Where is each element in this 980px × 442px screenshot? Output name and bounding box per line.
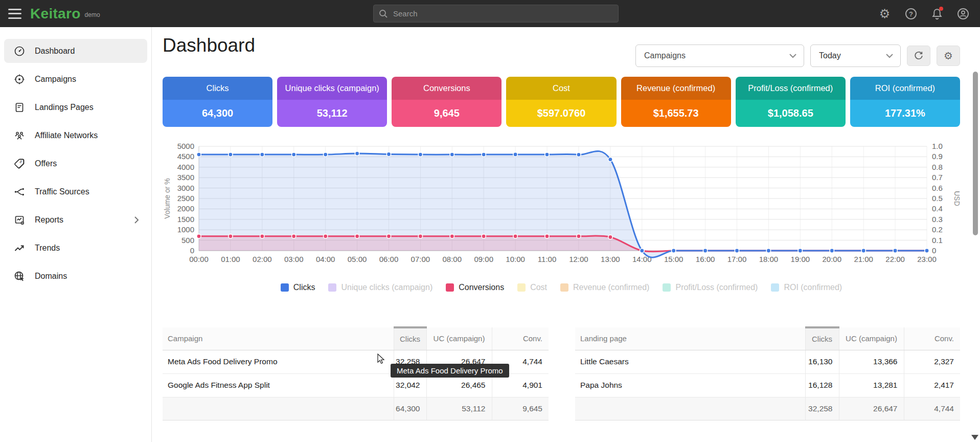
global-search[interactable] — [373, 5, 619, 23]
sidebar-item-campaigns[interactable]: Campaigns — [4, 67, 147, 91]
column-header-uc-campaign[interactable]: UC (campaign) — [839, 327, 904, 350]
refresh-button[interactable] — [907, 46, 930, 66]
stat-card-value: 53,112 — [277, 100, 387, 127]
campaign-name[interactable]: Google Ads Fitness App Split — [163, 373, 394, 397]
topbar-icons: ⚙ ? — [878, 0, 970, 27]
svg-text:02:00: 02:00 — [253, 255, 272, 263]
column-header-conv[interactable]: Conv. — [492, 327, 549, 350]
column-header-conv[interactable]: Conv. — [904, 327, 960, 350]
stat-card-label: Revenue (confirmed) — [621, 77, 731, 100]
legend-item-profit-loss[interactable]: Profit/Loss (confirmed) — [663, 283, 758, 292]
scrollbar-down-arrow[interactable] — [971, 435, 978, 440]
legend-swatch — [560, 283, 568, 292]
chevron-right-icon — [134, 216, 139, 224]
svg-text:0.8: 0.8 — [932, 163, 943, 171]
conv-value: 2,327 — [904, 350, 960, 373]
landing-page-name[interactable]: Little Caesars — [575, 350, 805, 373]
uc-value: 13,366 — [839, 350, 904, 373]
svg-text:07:00: 07:00 — [411, 255, 430, 263]
chevron-down-icon — [886, 54, 893, 58]
globe-cursor-icon — [13, 270, 26, 282]
stat-card-roi: ROI (confirmed) 177.31% — [850, 77, 960, 127]
sidebar-item-dashboard[interactable]: Dashboard — [4, 39, 147, 63]
hamburger-menu-icon[interactable] — [8, 9, 21, 19]
legend-label: Conversions — [459, 283, 504, 292]
sidebar-item-landings-pages[interactable]: Landings Pages — [4, 95, 147, 119]
people-group-icon — [13, 129, 26, 142]
help-icon[interactable]: ? — [904, 7, 918, 20]
stat-card-label: Clicks — [163, 77, 272, 100]
sidebar-item-label: Offers — [35, 159, 57, 168]
svg-text:3500: 3500 — [177, 173, 194, 182]
dashboard-settings-button[interactable]: ⚙ — [937, 46, 960, 66]
stat-card-revenue: Revenue (confirmed) $1,655.73 — [621, 77, 731, 127]
stat-card-label: Unique clicks (campaign) — [277, 77, 387, 100]
column-header-campaign[interactable]: Campaign — [163, 327, 394, 350]
stat-card-label: Cost — [506, 77, 616, 100]
legend-item-unique-clicks[interactable]: Unique clicks (campaign) — [328, 283, 432, 292]
sidebar-item-offers[interactable]: $ Offers — [4, 151, 147, 175]
report-chart-icon — [13, 214, 26, 226]
stat-cards: Clicks 64,300 Unique clicks (campaign) 5… — [163, 77, 960, 127]
document-icon — [13, 101, 26, 114]
svg-text:12:00: 12:00 — [569, 255, 588, 263]
sidebar-item-domains[interactable]: Domains — [4, 264, 147, 288]
svg-text:2000: 2000 — [177, 204, 194, 213]
svg-text:0.6: 0.6 — [932, 184, 943, 192]
column-header-uc-campaign[interactable]: UC (campaign) — [426, 327, 492, 350]
date-range-value: Today — [819, 51, 841, 60]
sidebar-item-trends[interactable]: Trends — [4, 236, 147, 260]
clicks-value: 16,128 — [805, 373, 839, 397]
date-range-select[interactable]: Today — [810, 45, 901, 67]
svg-text:USD: USD — [953, 191, 960, 206]
svg-text:5000: 5000 — [177, 142, 194, 150]
clicks-total: 32,258 — [805, 397, 839, 420]
stat-card-value: $1,655.73 — [621, 100, 731, 127]
svg-text:13:00: 13:00 — [601, 255, 620, 263]
svg-text:10:00: 10:00 — [506, 255, 525, 263]
gauge-icon — [13, 45, 26, 57]
dashboard-line-chart: 0500100015002000250030003500400045005000… — [163, 139, 960, 268]
landing-page-name[interactable]: Papa Johns — [575, 373, 805, 397]
settings-icon[interactable]: ⚙ — [878, 7, 892, 20]
scrollbar-thumb[interactable] — [973, 72, 978, 235]
table-row[interactable]: Papa Johns 16,128 13,281 2,417 — [575, 373, 960, 397]
svg-text:19:00: 19:00 — [791, 255, 810, 263]
legend-item-revenue[interactable]: Revenue (confirmed) — [560, 283, 649, 292]
legend-swatch — [771, 283, 779, 292]
clicks-total: 64,300 — [394, 397, 426, 420]
legend-item-clicks[interactable]: Clicks — [281, 283, 315, 292]
keitaro-dashboard-app: Keitaro demo ⚙ ? Dashboard C — [0, 0, 980, 442]
column-header-landing-page[interactable]: Landing page — [575, 327, 805, 350]
legend-item-cost[interactable]: Cost — [517, 283, 547, 292]
grouping-select[interactable]: Campaigns — [635, 45, 804, 67]
column-header-clicks-sorted[interactable]: Clicks — [805, 327, 839, 350]
account-icon[interactable] — [956, 7, 970, 20]
table-row[interactable]: Little Caesars 16,130 13,366 2,327 — [575, 350, 960, 373]
legend-swatch — [663, 283, 671, 292]
legend-item-roi[interactable]: ROI (confirmed) — [771, 283, 842, 292]
svg-text:0.5: 0.5 — [932, 194, 943, 203]
campaign-name[interactable]: Meta Ads Food Delivery Promo — [163, 350, 394, 373]
sidebar-item-affiliate-networks[interactable]: Affiliate Networks — [4, 123, 147, 147]
legend-item-conversions[interactable]: Conversions — [446, 283, 504, 292]
search-input[interactable] — [393, 9, 613, 18]
dashboard-controls: Campaigns Today ⚙ — [635, 45, 960, 67]
column-header-clicks-sorted[interactable]: Clicks — [394, 327, 426, 350]
legend-label: Profit/Loss (confirmed) — [675, 283, 758, 292]
clicks-value: 16,130 — [805, 350, 839, 373]
sidebar-item-label: Dashboard — [35, 47, 75, 56]
svg-text:16:00: 16:00 — [696, 255, 715, 263]
conv-value: 2,417 — [904, 373, 960, 397]
uc-total: 53,112 — [426, 397, 492, 420]
notification-badge — [939, 7, 943, 11]
target-icon — [13, 73, 26, 85]
svg-text:Volume or %: Volume or % — [163, 178, 171, 218]
sidebar-item-traffic-sources[interactable]: Traffic Sources — [4, 180, 147, 204]
svg-text:$: $ — [19, 160, 22, 164]
legend-label: Clicks — [293, 283, 315, 292]
stat-card-value: 9,645 — [392, 100, 502, 127]
sidebar-item-reports[interactable]: Reports — [4, 208, 147, 232]
svg-text:0.4: 0.4 — [932, 204, 943, 213]
notifications-icon[interactable] — [930, 7, 944, 20]
